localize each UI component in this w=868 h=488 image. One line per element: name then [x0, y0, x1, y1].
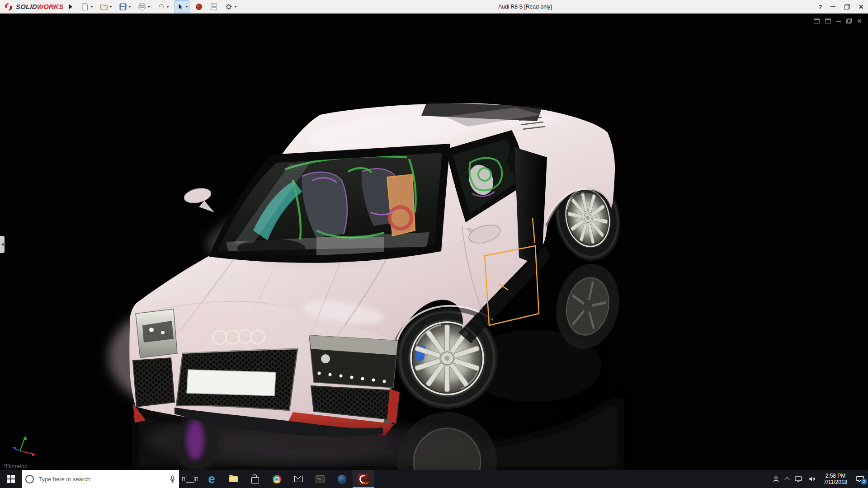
minimize-button[interactable] [830, 6, 835, 7]
solidworks-titlebar: SOLIDWORKS [0, 0, 868, 14]
minimize-icon [836, 21, 841, 22]
taskbar-command-prompt-button[interactable] [309, 470, 331, 488]
dropdown-arrow-icon[interactable] [185, 6, 188, 9]
window-controls: ? [819, 0, 863, 14]
undo-icon [157, 3, 165, 11]
print-button[interactable] [137, 0, 151, 13]
taskbar-search[interactable] [22, 470, 179, 488]
action-center-button[interactable]: 2 [856, 475, 864, 483]
dropdown-arrow-icon[interactable] [147, 6, 150, 9]
chrome-icon [273, 475, 281, 483]
dassault-logo-icon [4, 2, 14, 12]
windshield-interior [218, 153, 442, 258]
people-button[interactable] [773, 476, 779, 483]
taskbar-mail-button[interactable] [288, 470, 309, 488]
sheet-properties-button[interactable] [208, 0, 219, 13]
undo-button[interactable] [156, 0, 170, 13]
collapse-arrow-icon [1, 243, 4, 246]
store-icon [251, 477, 259, 483]
volume-button[interactable] [808, 476, 815, 482]
tile-window-button[interactable] [825, 19, 831, 23]
dropdown-arrow-icon[interactable] [128, 6, 131, 9]
brand-text: SOLIDWORKS [16, 3, 63, 10]
show-hidden-icons-button[interactable] [785, 477, 789, 481]
clock-time: 2:58 PM [821, 473, 850, 479]
windows-logo-icon [7, 475, 15, 483]
clock-date: 7/11/2018 [821, 479, 850, 485]
command-prompt-icon [316, 475, 325, 483]
document-window-controls [814, 18, 862, 24]
chevron-up-icon [784, 477, 789, 482]
dropdown-arrow-icon[interactable] [109, 6, 112, 9]
restore-button[interactable] [844, 4, 850, 9]
brand-solid: SOLID [16, 3, 37, 10]
appearance-button[interactable] [193, 0, 204, 13]
task-view-icon [186, 476, 194, 483]
select-tool-button[interactable] [175, 0, 189, 13]
search-input[interactable] [38, 475, 166, 483]
gear-icon [225, 3, 233, 11]
open-document-button[interactable] [99, 0, 113, 13]
minimize-document-button[interactable] [836, 21, 841, 22]
solidworks-2017-icon: 2017 [358, 474, 369, 485]
start-button[interactable] [0, 470, 22, 488]
dropdown-arrow-icon[interactable] [90, 6, 93, 9]
taskbar-clock[interactable]: 2:58 PM 7/11/2018 [821, 473, 850, 485]
microphone-icon [170, 475, 175, 483]
new-document-button[interactable] [80, 0, 94, 13]
task-view-button[interactable] [179, 470, 201, 488]
dropdown-arrow-icon[interactable] [166, 6, 169, 9]
car-model-render[interactable] [0, 14, 868, 470]
new-window-button[interactable] [814, 19, 820, 23]
appearance-sphere-icon [195, 3, 203, 11]
open-folder-icon [100, 3, 108, 11]
menu-flyout-arrow-icon[interactable] [69, 4, 72, 9]
taskbar-edge-button[interactable] [201, 470, 222, 488]
tile-window-icon [825, 19, 831, 23]
taskbar-chrome-button[interactable] [266, 470, 288, 488]
close-button[interactable] [859, 3, 863, 11]
orientation-triad [6, 428, 44, 457]
display-tray-button[interactable] [795, 476, 802, 482]
taskbar-store-button[interactable] [244, 470, 266, 488]
speaker-icon [808, 476, 815, 482]
select-cursor-icon [176, 3, 184, 11]
close-document-button[interactable] [857, 18, 862, 24]
solidworks-year-label: 2017 [362, 481, 369, 484]
person-icon [773, 476, 779, 483]
far-mirror [183, 186, 212, 205]
edge-icon [208, 473, 215, 485]
view-orientation-label: *Dimetric [4, 463, 28, 469]
window-title: Audi R8 S [Read-only] [498, 0, 552, 14]
left-intake [133, 358, 175, 407]
taskbar-pinned-app-button[interactable] [331, 470, 353, 488]
license-plate [187, 370, 276, 396]
brand-works: WORKS [37, 3, 64, 10]
file-explorer-icon [229, 476, 238, 482]
options-button[interactable] [223, 0, 238, 13]
new-document-icon [81, 3, 89, 11]
notification-badge: 2 [861, 479, 867, 485]
solidworks-logo: SOLIDWORKS [4, 2, 63, 12]
mail-icon [294, 476, 303, 482]
sheet-properties-icon [210, 3, 218, 11]
cortana-ring-icon [25, 475, 34, 483]
new-window-icon [814, 19, 820, 23]
save-button[interactable] [118, 0, 132, 13]
save-icon [119, 3, 127, 11]
desktop-screen: SOLIDWORKS [0, 0, 868, 488]
restore-icon [846, 19, 851, 23]
windows-taskbar: 2017 [0, 470, 868, 488]
restore-document-button[interactable] [846, 19, 852, 23]
help-button[interactable]: ? [819, 4, 822, 10]
system-tray: 2:58 PM 7/11/2018 2 [773, 470, 868, 488]
pinned-app-icon [338, 475, 346, 483]
print-icon [138, 3, 146, 11]
taskbar-solidworks-button[interactable]: 2017 [353, 470, 374, 488]
quick-access-toolbar [80, 0, 238, 13]
taskbar-file-explorer-button[interactable] [222, 470, 244, 488]
graphics-viewport[interactable]: *Dimetric [0, 14, 868, 470]
monitor-icon [795, 476, 802, 482]
panel-flyout-tab[interactable] [0, 236, 5, 253]
dropdown-arrow-icon[interactable] [234, 6, 237, 9]
